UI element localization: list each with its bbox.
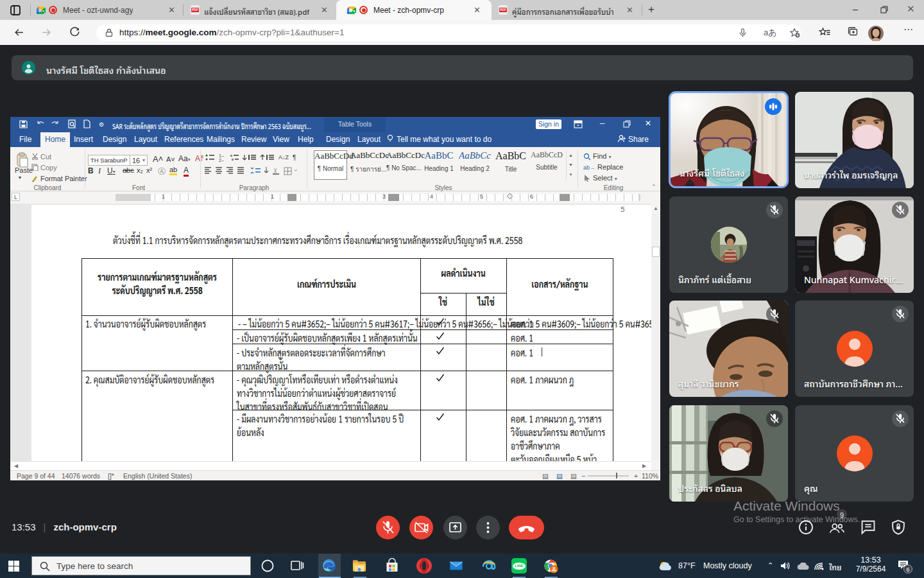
svg-text:1–: 1– [219, 153, 224, 158]
svg-text:2–: 2– [219, 158, 224, 162]
svg-text:A↓Z: A↓Z [278, 154, 289, 161]
svg-text:¶: ¶ [293, 154, 296, 161]
